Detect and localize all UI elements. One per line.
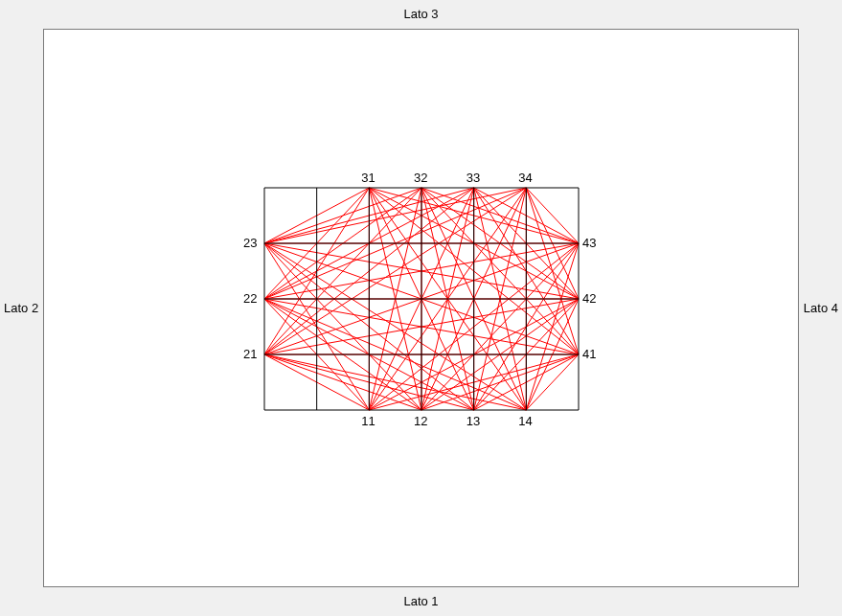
node-label-33: 33: [467, 171, 480, 185]
node-label-31: 31: [361, 171, 375, 185]
side-label-bottom: Lato 1: [0, 594, 842, 608]
side-label-right: Lato 4: [804, 301, 838, 315]
node-label-14: 14: [518, 414, 532, 428]
node-label-12: 12: [414, 414, 427, 428]
node-label-42: 42: [582, 291, 596, 306]
ray: [264, 188, 421, 243]
ray: [526, 354, 579, 410]
node-label-13: 13: [467, 414, 480, 428]
ray: [264, 354, 421, 410]
node-label-11: 11: [361, 414, 375, 428]
node-label-22: 22: [243, 291, 257, 306]
ray: [526, 188, 579, 354]
ray: [421, 188, 579, 354]
ray: [264, 354, 526, 410]
stage: Lato 3 Lato 1 Lato 2 Lato 4 313233341112…: [0, 0, 842, 616]
node-label-32: 32: [414, 171, 427, 185]
side-label-top: Lato 3: [0, 7, 842, 21]
node-label-23: 23: [243, 236, 257, 250]
node-label-41: 41: [582, 347, 596, 361]
node-label-34: 34: [518, 171, 532, 185]
node-label-21: 21: [243, 347, 257, 361]
side-label-left: Lato 2: [4, 301, 38, 315]
ray-diagram: [43, 29, 799, 587]
node-label-43: 43: [582, 236, 596, 250]
ray: [264, 188, 526, 243]
ray: [526, 188, 579, 243]
